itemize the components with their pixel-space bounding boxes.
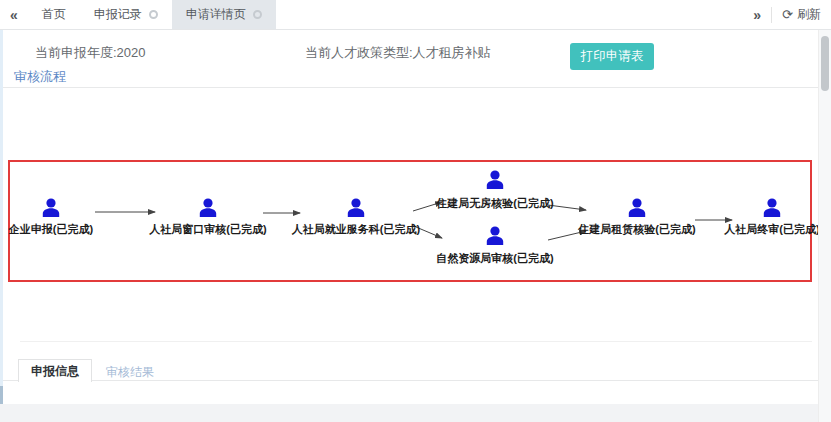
flow-node-label-3: 住建局无房核验(已完成) — [395, 196, 595, 211]
expand-tabs-icon[interactable]: » — [743, 0, 771, 29]
pre-tab-divider — [20, 341, 812, 342]
flow-node-label-2: 人社局就业服务科(已完成) — [256, 222, 456, 237]
tab-application-detail-label: 申请详情页 — [186, 6, 246, 23]
person-icon — [627, 198, 647, 218]
close-icon[interactable] — [253, 10, 262, 19]
tab-declaration-records[interactable]: 申报记录 — [80, 0, 172, 29]
header-divider — [0, 87, 818, 88]
tab-application-detail[interactable]: 申请详情页 — [172, 0, 276, 29]
current-year-label: 当前申报年度:2020 — [35, 44, 146, 62]
flow-node-label-6: 人社局终审(已完成) — [672, 222, 831, 237]
tab-declaration-records-label: 申报记录 — [94, 6, 142, 23]
tab-home-label: 首页 — [42, 6, 66, 23]
print-application-button[interactable]: 打印申请表 — [570, 43, 654, 70]
tab-bar: « 首页 申报记录 申请详情页 » ⟳ 刷新 — [0, 0, 831, 30]
review-flow-diagram: 企业申报(已完成)人社局窗口审核(已完成)人社局就业服务科(已完成)住建局无房核… — [8, 160, 812, 282]
scrollbar-thumb[interactable] — [821, 36, 829, 91]
person-icon — [198, 198, 218, 218]
policy-type-label: 当前人才政策类型:人才租房补贴 — [305, 44, 491, 62]
person-icon — [41, 198, 61, 218]
tab-declaration-info[interactable]: 申报信息 — [18, 359, 92, 382]
person-icon — [485, 170, 505, 190]
refresh-button[interactable]: ⟳ 刷新 — [772, 0, 831, 29]
tab-home[interactable]: 首页 — [28, 0, 80, 29]
flow-canvas: 企业申报(已完成)人社局窗口审核(已完成)人社局就业服务科(已完成)住建局无房核… — [10, 162, 810, 280]
left-edge-strip — [0, 30, 3, 404]
close-icon[interactable] — [149, 10, 158, 19]
tab-review-result[interactable]: 审核结果 — [106, 364, 154, 381]
person-icon — [485, 226, 505, 246]
tabbar-spacer — [276, 0, 744, 29]
flow-node-label-4: 自然资源局审核(已完成) — [395, 251, 595, 266]
review-process-title: 审核流程 — [14, 68, 66, 86]
left-edge-accent — [0, 386, 3, 404]
refresh-icon: ⟳ — [782, 7, 793, 22]
person-icon — [762, 198, 782, 218]
collapse-tabs-icon[interactable]: « — [0, 0, 28, 29]
refresh-label: 刷新 — [797, 6, 821, 23]
person-icon — [346, 198, 366, 218]
vertical-scrollbar[interactable] — [818, 30, 831, 422]
